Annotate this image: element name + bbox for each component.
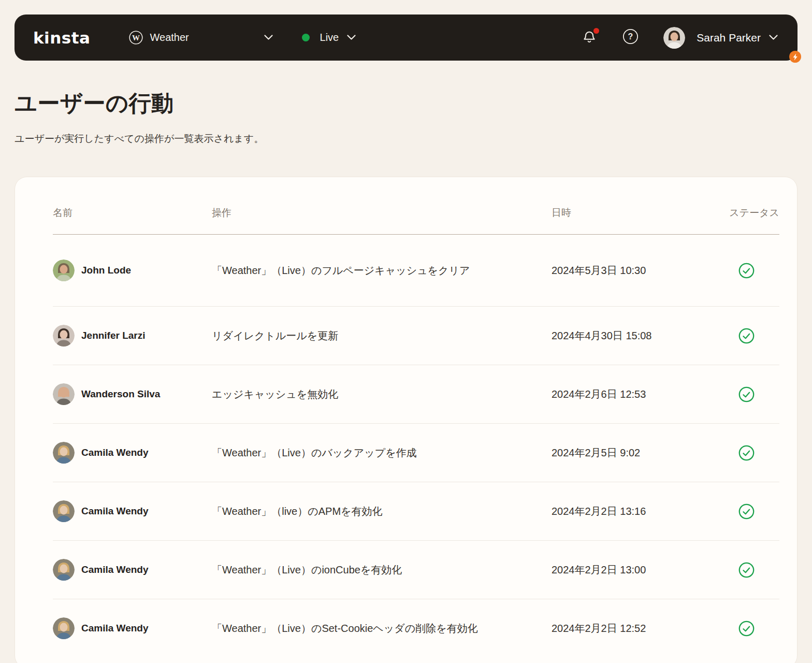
action-text: 「Weather」（live）のAPMを有効化 — [212, 502, 552, 520]
table-row: John Lode 「Weather」（Live）のフルページキャッシュをクリア… — [53, 235, 779, 306]
status-cell — [687, 621, 779, 637]
user-name: Camila Wendy — [81, 623, 149, 634]
datetime-text: 2024年2月2日 13:16 — [552, 505, 687, 518]
user-name: Jennifer Larzi — [81, 330, 146, 341]
live-status-dot — [302, 34, 310, 41]
action-text: 「Weather」（Live）のフルページキャッシュをクリア — [212, 262, 552, 279]
svg-text:W: W — [132, 34, 140, 42]
status-success-icon — [738, 621, 755, 637]
action-text: エッジキャッシュを無効化 — [212, 385, 552, 403]
datetime-text: 2024年2月2日 13:00 — [552, 563, 687, 577]
table-row: Camila Wendy 「Weather」（Live）のionCubeを有効化… — [53, 540, 779, 599]
user-name: Camila Wendy — [81, 506, 149, 517]
status-cell — [687, 562, 779, 578]
user-menu-dropdown[interactable]: Sarah Parker — [663, 27, 778, 49]
activity-table-card: 名前 操作 日時 ステータス John Lode 「Weather」（Live）… — [15, 177, 798, 663]
name-cell: John Lode — [53, 260, 212, 281]
name-cell: Wanderson Silva — [53, 383, 212, 405]
status-cell — [687, 386, 779, 402]
help-button[interactable]: ? — [622, 28, 639, 47]
screen: kinsta W Weather Live — [0, 0, 812, 663]
page-title: ユーザーの行動 — [15, 89, 798, 119]
status-cell — [687, 503, 779, 520]
top-navbar: kinsta W Weather Live — [15, 15, 798, 61]
notifications-button[interactable] — [582, 30, 597, 46]
action-text: 「Weather」（Live）のionCubeを有効化 — [212, 561, 552, 579]
table-row: Camila Wendy 「Weather」（Live）のSet-Cookieヘ… — [53, 599, 779, 657]
avatar — [53, 500, 75, 522]
status-success-icon — [738, 503, 755, 520]
chevron-down-icon — [769, 35, 778, 40]
avatar — [53, 325, 75, 347]
user-name-label: Sarah Parker — [697, 32, 761, 44]
environment-label: Live — [320, 32, 339, 44]
avatar — [53, 260, 75, 281]
table-row: Camila Wendy 「Weather」（live）のAPMを有効化 202… — [53, 482, 779, 540]
table-row: Wanderson Silva エッジキャッシュを無効化 2024年2月6日 1… — [53, 365, 779, 423]
user-name: John Lode — [81, 265, 131, 276]
kinsta-logo[interactable]: kinsta — [33, 28, 91, 47]
name-cell: Camila Wendy — [53, 500, 212, 522]
environment-selector-dropdown[interactable]: Live — [302, 32, 356, 44]
avatar — [53, 559, 75, 581]
question-mark-icon: ? — [622, 28, 639, 47]
user-avatar — [663, 27, 685, 49]
avatar — [53, 442, 75, 464]
avatar — [53, 383, 75, 405]
column-header-datetime: 日時 — [552, 206, 687, 220]
table-header-row: 名前 操作 日時 ステータス — [53, 206, 779, 235]
site-selector-label: Weather — [150, 32, 189, 44]
status-success-icon — [738, 562, 755, 578]
status-success-icon — [738, 263, 755, 279]
svg-text:?: ? — [628, 32, 633, 41]
datetime-text: 2024年2月5日 9:02 — [552, 446, 687, 460]
action-text: リダイレクトルールを更新 — [212, 327, 552, 344]
datetime-text: 2024年5月3日 10:30 — [552, 264, 687, 278]
table-row: Camila Wendy 「Weather」（Live）のバックアップを作成 2… — [53, 423, 779, 482]
site-selector-dropdown[interactable]: W Weather — [129, 31, 273, 45]
notification-badge-dot — [593, 28, 599, 34]
datetime-text: 2024年2月2日 12:52 — [552, 622, 687, 636]
column-header-status: ステータス — [687, 206, 779, 220]
navbar-right-group: ? — [582, 27, 778, 49]
status-cell — [687, 445, 779, 461]
status-cell — [687, 263, 779, 279]
datetime-text: 2024年4月30日 15:08 — [552, 329, 687, 343]
table-body: John Lode 「Weather」（Live）のフルページキャッシュをクリア… — [53, 235, 779, 657]
column-header-name: 名前 — [53, 206, 212, 220]
status-success-icon — [738, 445, 755, 461]
column-header-action: 操作 — [212, 206, 552, 220]
status-cell — [687, 328, 779, 344]
user-name: Camila Wendy — [81, 564, 149, 575]
datetime-text: 2024年2月6日 12:53 — [552, 387, 687, 401]
page-subtitle: ユーザーが実行したすべての操作が一覧表示されます。 — [15, 132, 798, 146]
action-text: 「Weather」（Live）のSet-Cookieヘッダの削除を有効化 — [212, 619, 552, 637]
name-cell: Camila Wendy — [53, 442, 212, 464]
chevron-down-icon — [347, 35, 356, 40]
name-cell: Camila Wendy — [53, 559, 212, 581]
table-row: Jennifer Larzi リダイレクトルールを更新 2024年4月30日 1… — [53, 306, 779, 365]
user-name: Wanderson Silva — [81, 388, 160, 400]
name-cell: Jennifer Larzi — [53, 325, 212, 347]
main-content: ユーザーの行動 ユーザーが実行したすべての操作が一覧表示されます。 名前 操作 … — [15, 61, 798, 663]
action-text: 「Weather」（Live）のバックアップを作成 — [212, 444, 552, 462]
user-name: Camila Wendy — [81, 447, 149, 458]
status-success-icon — [738, 386, 755, 402]
name-cell: Camila Wendy — [53, 617, 212, 639]
wordpress-icon: W — [129, 31, 143, 45]
status-success-icon — [738, 328, 755, 344]
chevron-down-icon — [264, 35, 273, 40]
avatar — [53, 617, 75, 639]
